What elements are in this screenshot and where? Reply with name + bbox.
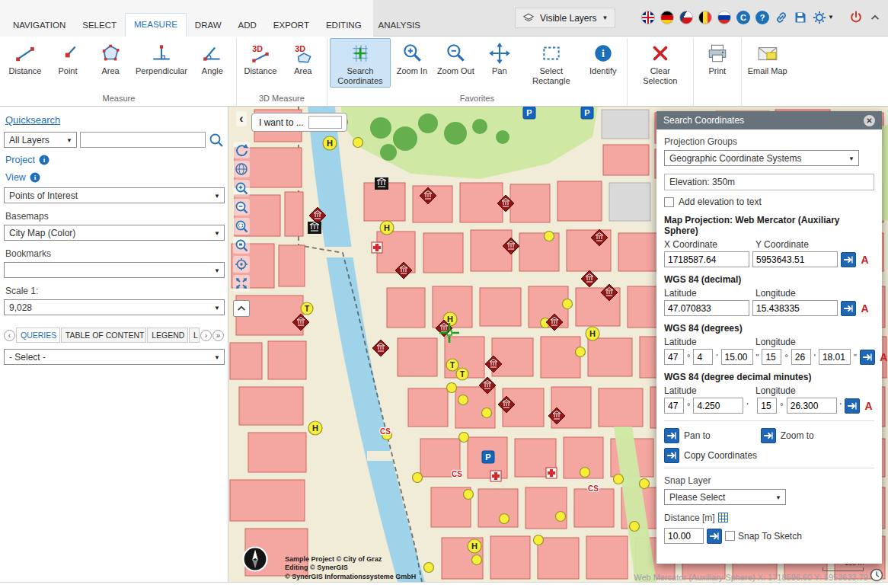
collapse-toolbar-icon[interactable]: [868, 11, 882, 24]
longitude-seconds-input[interactable]: [819, 349, 851, 365]
tab-select[interactable]: SELECT: [74, 14, 125, 37]
tool-measure-area[interactable]: Area: [89, 38, 132, 78]
tool-search-coordinates[interactable]: Search Coordinates: [330, 38, 391, 88]
quicksearch-input[interactable]: [80, 132, 206, 148]
tool-zoom-out[interactable]: Zoom Out: [433, 38, 478, 78]
tab-add[interactable]: ADD: [230, 14, 265, 37]
search-icon[interactable]: [209, 133, 224, 148]
copy-coordinates-button[interactable]: Copy Coordinates: [664, 448, 757, 463]
info-icon[interactable]: i: [30, 172, 40, 183]
latitude-ddm-minutes-input[interactable]: [693, 398, 743, 414]
basemap-select[interactable]: City Map (Color)▼: [4, 225, 225, 241]
tool-measure-angle[interactable]: Angle: [191, 38, 234, 78]
longitude-ddm-degrees-input[interactable]: [757, 398, 777, 414]
latitude-ddm-degrees-input[interactable]: [664, 398, 684, 414]
visible-layers-button[interactable]: Visible Layers ▼: [515, 8, 615, 28]
tool-select-rectangle[interactable]: Select Rectangle: [521, 38, 582, 88]
pan-to-button[interactable]: Pan to: [664, 428, 711, 443]
tab-clipped[interactable]: L: [189, 328, 200, 343]
center-map-button[interactable]: [233, 256, 250, 273]
full-extent-button[interactable]: [233, 275, 250, 292]
tool-measure-point[interactable]: Point: [46, 38, 89, 78]
latitude-decimal-input[interactable]: [664, 300, 749, 316]
label-coordinate-icon[interactable]: A: [863, 400, 874, 412]
add-elevation-checkbox-row[interactable]: Add elevation to text: [664, 197, 874, 207]
info-icon[interactable]: i: [39, 155, 50, 165]
tab-measure[interactable]: MEASURE: [125, 13, 187, 37]
tab-editing[interactable]: EDITING: [318, 14, 370, 37]
tool-pan[interactable]: Pan: [478, 38, 521, 78]
zoom-in-button[interactable]: [233, 180, 250, 197]
tab-analysis[interactable]: ANALYSIS: [370, 14, 429, 37]
tool-identify[interactable]: i Identify: [582, 38, 624, 78]
share-link-icon[interactable]: [775, 11, 788, 24]
label-coordinate-icon[interactable]: A: [859, 254, 870, 266]
map-toolbar-collapse-button[interactable]: [233, 300, 250, 317]
language-czech-flag-icon[interactable]: [679, 11, 693, 24]
tab-draw[interactable]: DRAW: [187, 14, 230, 37]
bookmark-select[interactable]: ▼: [4, 262, 225, 278]
apply-xy-button[interactable]: [841, 252, 856, 267]
tool-zoom-in[interactable]: Zoom In: [391, 38, 433, 78]
history-clock-button[interactable]: [870, 568, 883, 585]
label-coordinate-icon[interactable]: A: [878, 351, 888, 363]
language-german-flag-icon[interactable]: [660, 11, 674, 24]
overview-globe-button[interactable]: [233, 161, 250, 177]
tool-3d-area[interactable]: 3D Area: [282, 38, 324, 78]
zoom-scale-button[interactable]: [233, 237, 250, 254]
y-coordinate-input[interactable]: [752, 251, 838, 267]
tool-measure-distance[interactable]: Distance: [4, 38, 46, 78]
longitude-minutes-input[interactable]: [791, 349, 811, 365]
x-coordinate-input[interactable]: [664, 251, 749, 267]
i-want-to-input[interactable]: [308, 116, 342, 129]
tabs-more-button[interactable]: »: [212, 330, 224, 341]
snap-distance-input[interactable]: [664, 528, 704, 544]
grid-table-icon[interactable]: [718, 513, 728, 525]
tab-legend[interactable]: LEGEND: [147, 328, 188, 343]
tab-table-of-content[interactable]: TABLE OF CONTENT: [61, 328, 146, 343]
latitude-seconds-input[interactable]: [721, 349, 753, 365]
map-rotate-button[interactable]: [233, 142, 250, 158]
snap-to-sketch-checkbox[interactable]: [725, 531, 735, 541]
copyright-icon[interactable]: C: [736, 11, 750, 24]
collapse-sidebar-button[interactable]: ‹: [236, 111, 247, 126]
tabs-scroll-right-button[interactable]: ›: [200, 330, 212, 341]
longitude-decimal-input[interactable]: [752, 300, 838, 316]
view-select[interactable]: Points of Interest▼: [4, 187, 225, 203]
longitude-ddm-minutes-input[interactable]: [787, 398, 837, 414]
tool-email-map[interactable]: Email Map: [744, 38, 791, 78]
view-label[interactable]: View: [5, 172, 26, 183]
apply-degrees-button[interactable]: [860, 350, 875, 365]
help-icon[interactable]: ?: [755, 11, 769, 24]
apply-distance-button[interactable]: [707, 529, 722, 544]
projection-group-select[interactable]: Geographic Coordinate Systems▼: [664, 150, 859, 166]
add-elevation-checkbox[interactable]: [664, 197, 674, 207]
zoom-to-button[interactable]: Zoom to: [761, 428, 814, 443]
all-layers-select[interactable]: All Layers▼: [4, 132, 77, 148]
snap-layer-select[interactable]: Please Select▼: [664, 489, 786, 505]
zoom-out-button[interactable]: [233, 199, 250, 216]
label-coordinate-icon[interactable]: A: [859, 302, 870, 315]
close-icon[interactable]: ✕: [864, 115, 875, 126]
apply-ddm-button[interactable]: [845, 398, 860, 414]
project-label[interactable]: Project: [5, 155, 35, 165]
language-english-flag-icon[interactable]: [641, 11, 655, 24]
language-flag-icon[interactable]: [698, 11, 712, 24]
apply-decimal-button[interactable]: [841, 301, 856, 316]
query-select[interactable]: - Select -▼: [4, 349, 225, 365]
tool-measure-perpendicular[interactable]: Perpendicular: [132, 38, 191, 78]
settings-menu-button[interactable]: ▼: [813, 11, 834, 24]
tool-3d-distance[interactable]: 3D Distance: [239, 38, 282, 78]
tab-queries[interactable]: QUERIES: [16, 328, 60, 343]
scale-select[interactable]: 9,028▼: [4, 299, 225, 315]
latitude-minutes-input[interactable]: [693, 349, 713, 365]
tab-navigation[interactable]: NAVIGATION: [5, 14, 74, 37]
longitude-degrees-input[interactable]: [762, 349, 781, 365]
tab-export[interactable]: EXPORT: [265, 14, 318, 37]
quicksearch-link[interactable]: Quicksearch: [5, 114, 60, 126]
tabs-scroll-left-button[interactable]: ‹: [4, 330, 15, 341]
latitude-degrees-input[interactable]: [664, 349, 684, 365]
tool-print[interactable]: Print: [696, 38, 739, 78]
logout-power-icon[interactable]: [849, 11, 863, 24]
save-icon[interactable]: [794, 11, 807, 24]
